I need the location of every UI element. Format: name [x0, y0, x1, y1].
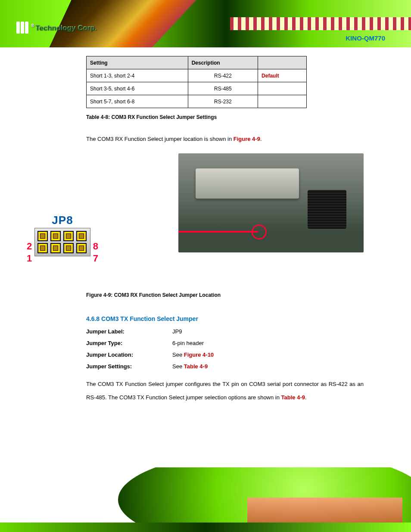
- figure-reference: Figure 4-10: [184, 352, 214, 358]
- table-header-row: Setting Description: [87, 56, 307, 69]
- spec-label: Jumper Type:: [86, 340, 172, 346]
- spec-see: See: [172, 363, 184, 370]
- cell-note: [258, 95, 307, 108]
- spec-label: Jumper Settings:: [86, 363, 172, 370]
- spec-label: Jumper Label:: [86, 328, 172, 335]
- jumper-location-figure: JP8 2 1 8 7: [86, 153, 364, 291]
- pin-number: 1: [27, 253, 32, 264]
- registered-mark: ®: [31, 23, 34, 28]
- spec-row-location: Jumper Location: See Figure 4-10: [86, 352, 364, 358]
- spec-label: Jumper Location:: [86, 352, 172, 358]
- cell-setting: Short 3-5, short 4-6: [87, 82, 188, 95]
- cell-desc: RS-485: [188, 82, 258, 95]
- spec-value: JP9: [172, 328, 182, 335]
- page-number: Page 72: [15, 503, 45, 513]
- section-paragraph: The COM3 TX Function Select jumper confi…: [86, 377, 364, 404]
- intro-text: The COM3 RX Function Select jumper locat…: [86, 132, 364, 146]
- brand-logo: ®Technology Corp.: [16, 22, 97, 34]
- table-reference: Table 4-9: [281, 394, 305, 401]
- jumper-settings-table: Setting Description Short 1-3, short 2-4…: [86, 56, 307, 108]
- pin-number: 2: [27, 241, 32, 252]
- col-note: [258, 56, 307, 69]
- table-row: Short 1-3, short 2-4 RS-422 Default: [87, 69, 307, 82]
- spec-row-settings: Jumper Settings: See Table 4-9: [86, 363, 364, 370]
- jumper-pins: [34, 228, 90, 256]
- section-heading: 4.6.8 COM3 TX Function Select Jumper: [86, 315, 364, 322]
- cell-setting: Short 1-3, short 2-4: [87, 69, 188, 82]
- col-setting: Setting: [87, 56, 188, 69]
- paragraph-body: The COM3 TX Function Select jumper confi…: [86, 381, 364, 401]
- cell-desc: RS-422: [188, 69, 258, 82]
- product-title: KINO-QM770: [346, 34, 385, 42]
- footer-pcb-graphic: [247, 498, 402, 523]
- intro-text-body: The COM3 RX Function Select jumper locat…: [86, 136, 234, 142]
- spec-row-type: Jumper Type: 6-pin header: [86, 340, 364, 346]
- spec-see: See: [172, 352, 184, 358]
- iei-mark: [16, 22, 28, 34]
- table-caption: Table 4-8: COM3 RX Function Select Jumpe…: [86, 114, 364, 120]
- spec-value: 6-pin header: [172, 340, 204, 346]
- callout-circle: [252, 224, 267, 240]
- callout-arrow: [178, 231, 258, 233]
- cell-note: [258, 82, 307, 95]
- col-description: Description: [188, 56, 258, 69]
- table-reference: Table 4-9: [184, 363, 208, 370]
- figure-reference: Figure 4-9: [234, 136, 260, 142]
- table-row: Short 3-5, short 4-6 RS-485: [87, 82, 307, 95]
- brand-name: Technology Corp.: [35, 23, 97, 31]
- cell-note-default: Default: [258, 69, 307, 82]
- jumper-diagram: JP8 2 1 8 7: [34, 214, 90, 256]
- footer-edge: [0, 523, 411, 532]
- cell-setting: Short 5-7, short 6-8: [87, 95, 188, 108]
- cell-desc: RS-232: [188, 95, 258, 108]
- pin-number: 8: [93, 241, 98, 252]
- pin-number: 7: [93, 253, 98, 264]
- motherboard-photo: [178, 153, 364, 252]
- figure-caption: Figure 4-9: COM3 RX Function Select Jump…: [86, 292, 364, 298]
- jumper-label: JP8: [34, 214, 90, 227]
- spec-row-label: Jumper Label: JP9: [86, 328, 364, 335]
- table-row: Short 5-7, short 6-8 RS-232: [87, 95, 307, 108]
- brand-text: ®Technology Corp.: [31, 23, 97, 32]
- footer-banner: Page 72: [0, 467, 411, 532]
- jumper-spec-list: Jumper Label: JP9 Jumper Type: 6-pin hea…: [86, 328, 364, 370]
